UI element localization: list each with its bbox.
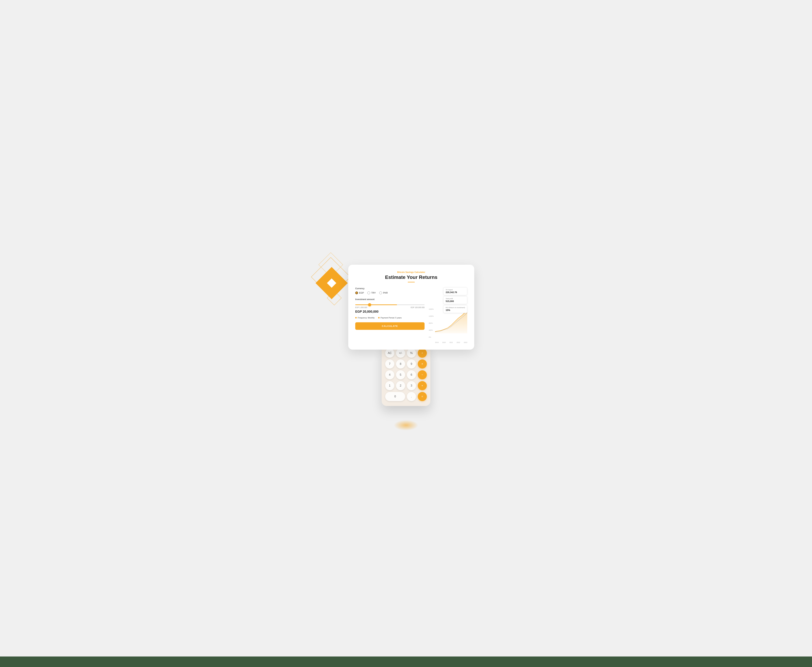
x-label-2021: 2021 <box>449 342 453 343</box>
chart-wrapper: 1600% 1200% 800% 400% 0% <box>429 308 467 343</box>
calc-btn-6[interactable]: 6 <box>407 370 416 379</box>
chart-area <box>435 310 467 334</box>
calc-btn-7[interactable]: 7 <box>385 359 394 368</box>
frequency-label: Frequency: Monthly <box>358 317 375 319</box>
currency-try[interactable]: TRY <box>367 292 376 294</box>
slider-container: EGP 1.000.000 EGP 100.000.000 <box>355 303 424 309</box>
payment-label: Payment Period: 5 years <box>381 317 402 319</box>
calc-btn-decimal[interactable]: . <box>407 392 416 401</box>
calc-buttons-grid: AC +/- % ÷ 7 8 9 × 4 5 6 − 1 2 3 + 0 <box>385 348 427 401</box>
badge-profit: Total profit 515,000 <box>443 296 467 304</box>
badge-date: 18 August 220,342.76 <box>443 287 467 295</box>
egp-label: EGP <box>359 292 364 294</box>
x-label-2022: 2022 <box>457 342 460 343</box>
card-body: Currency EGP TRY PKR Investment <box>355 287 467 343</box>
calc-btn-2[interactable]: 2 <box>396 381 405 390</box>
y-label-1200: 1200% <box>429 315 434 317</box>
badge-roi: ROI (Return on Investment) 15% <box>443 305 467 313</box>
slider-min: EGP 1.000.000 <box>355 307 367 309</box>
badge-roi-value: 15% <box>446 309 465 312</box>
badge-profit-label: Total profit <box>446 298 465 300</box>
slider-max: EGP 100.000.000 <box>411 307 424 309</box>
card-right-panel: 18 August 220,342.76 Total profit 515,00… <box>429 287 467 343</box>
diamond-inner <box>327 278 336 288</box>
options-row: Frequency: Monthly Payment Period: 5 yea… <box>355 317 424 319</box>
info-badges: 18 August 220,342.76 Total profit 515,00… <box>443 287 467 313</box>
chart-x-labels: 2019 2020 2021 2022 2023 <box>435 342 467 343</box>
card-subtitle: Bitcoin Savings Calculator <box>355 271 467 274</box>
frequency-dot <box>355 317 357 319</box>
frequency-option: Frequency: Monthly <box>355 317 375 319</box>
calc-btn-divide[interactable]: ÷ <box>418 348 427 358</box>
calc-btn-equals[interactable]: = <box>418 392 427 401</box>
slider-labels: EGP 1.000.000 EGP 100.000.000 <box>355 307 424 309</box>
currency-egp[interactable]: EGP <box>355 292 364 294</box>
calc-btn-9[interactable]: 9 <box>407 359 416 368</box>
payment-dot <box>378 317 379 319</box>
investment-value: EGP 20,000,000 <box>355 310 424 314</box>
calc-btn-3[interactable]: 3 <box>407 381 416 390</box>
calc-btn-0[interactable]: 0 <box>385 392 405 401</box>
physical-calculator: AC +/- % ÷ 7 8 9 × 4 5 6 − 1 2 3 + 0 <box>382 344 430 406</box>
calc-btn-add[interactable]: + <box>418 381 427 390</box>
chart-y-labels: 1600% 1200% 800% 400% 0% <box>429 308 434 338</box>
calc-btn-percent[interactable]: % <box>407 348 416 358</box>
badge-date-label: 18 August <box>446 289 465 290</box>
payment-option: Payment Period: 5 years <box>378 317 402 319</box>
calc-btn-1[interactable]: 1 <box>385 381 394 390</box>
investment-label: Investment amount <box>355 298 424 300</box>
currency-pkr[interactable]: PKR <box>379 292 388 294</box>
calc-btn-subtract[interactable]: − <box>418 370 427 379</box>
calc-btn-ac[interactable]: AC <box>385 348 394 358</box>
main-card: Bitcoin Savings Calculator Estimate Your… <box>348 265 474 350</box>
badge-profit-value: 515,000 <box>446 300 465 302</box>
card-left-panel: Currency EGP TRY PKR Investment <box>355 287 424 343</box>
y-label-0: 0% <box>429 336 434 338</box>
y-label-400: 400% <box>429 329 434 331</box>
investment-slider[interactable] <box>355 304 424 305</box>
y-label-1600: 1600% <box>429 308 434 310</box>
calc-btn-4[interactable]: 4 <box>385 370 394 379</box>
x-label-2020: 2020 <box>442 342 446 343</box>
calc-glow <box>394 420 418 430</box>
try-label: TRY <box>371 292 376 294</box>
badge-roi-label: ROI (Return on Investment) <box>446 307 465 309</box>
radio-try[interactable] <box>367 292 370 294</box>
calc-btn-sign[interactable]: +/- <box>396 348 405 358</box>
badge-date-value: 220,342.76 <box>446 291 465 294</box>
calc-btn-5[interactable]: 5 <box>396 370 405 379</box>
radio-egp[interactable] <box>355 292 358 294</box>
currency-label: Currency <box>355 287 424 290</box>
x-label-2023: 2023 <box>464 342 467 343</box>
calc-btn-multiply[interactable]: × <box>418 359 427 368</box>
radio-pkr[interactable] <box>379 292 382 294</box>
card-header: Bitcoin Savings Calculator Estimate Your… <box>355 271 467 282</box>
calculate-button[interactable]: CALCULATE <box>355 322 424 330</box>
calc-btn-8[interactable]: 8 <box>396 359 405 368</box>
title-underline <box>408 282 415 282</box>
x-label-2019: 2019 <box>435 342 439 343</box>
card-title: Estimate Your Returns <box>355 274 467 280</box>
bottom-bar <box>0 657 812 667</box>
currency-options: EGP TRY PKR <box>355 292 424 294</box>
y-label-800: 800% <box>429 322 434 324</box>
pkr-label: PKR <box>383 292 388 294</box>
